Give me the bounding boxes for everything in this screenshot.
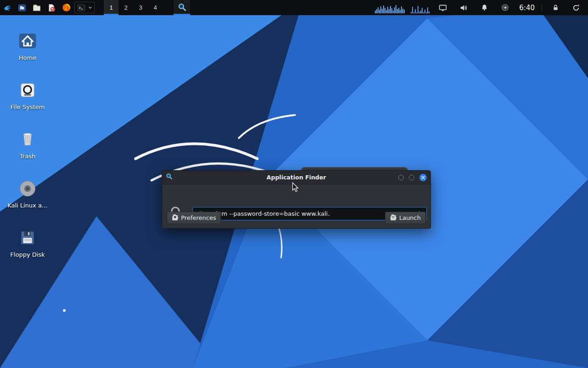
trash-icon bbox=[18, 126, 37, 153]
launcher-terminal-group bbox=[74, 2, 95, 13]
clock[interactable]: 6:40 bbox=[518, 4, 536, 12]
chevron-down-icon bbox=[88, 6, 92, 10]
workspace-switcher: 1 2 3 4 bbox=[104, 0, 163, 15]
status-indicator-icon bbox=[501, 4, 509, 12]
panel-right: 6:40 bbox=[375, 0, 588, 15]
workspace-button-3[interactable]: 3 bbox=[133, 0, 148, 15]
close-icon bbox=[421, 174, 425, 181]
desktop-icon-home[interactable]: Home bbox=[4, 22, 51, 61]
panel-separator bbox=[542, 4, 542, 12]
taskbar-application-finder[interactable] bbox=[174, 0, 190, 15]
home-icon bbox=[17, 28, 38, 54]
cpu-graph[interactable] bbox=[375, 2, 405, 13]
panel-left: 1 2 3 4 bbox=[0, 0, 190, 15]
minimize-button[interactable] bbox=[398, 175, 404, 180]
folder-icon bbox=[33, 4, 41, 12]
desktop-icon-kali-cd[interactable]: Kali Linux a… bbox=[4, 170, 51, 209]
desktop-icon-label: File System bbox=[11, 104, 45, 110]
gear-icon bbox=[172, 214, 178, 222]
workspace-button-1[interactable]: 1 bbox=[104, 0, 119, 15]
firefox-icon bbox=[62, 3, 71, 12]
launch-label: Launch bbox=[399, 214, 421, 221]
kali-menu-button[interactable] bbox=[0, 0, 15, 15]
launcher-firefox[interactable] bbox=[59, 0, 74, 15]
file-manager-icon bbox=[18, 4, 26, 12]
window-title: Application Finder bbox=[162, 174, 430, 181]
terminal-dropdown-caret[interactable] bbox=[87, 6, 93, 10]
window-controls bbox=[398, 174, 427, 181]
disc-icon bbox=[17, 175, 38, 202]
preferences-label: Preferences bbox=[181, 214, 216, 221]
tray-volume-button[interactable] bbox=[456, 4, 471, 12]
bell-icon bbox=[481, 4, 488, 12]
close-button[interactable] bbox=[419, 174, 427, 181]
lock-icon bbox=[552, 4, 560, 12]
maximize-button[interactable] bbox=[409, 175, 414, 180]
application-finder-icon bbox=[178, 3, 187, 13]
logout-icon bbox=[572, 4, 580, 12]
launcher-text-editor[interactable] bbox=[44, 0, 59, 15]
launch-icon bbox=[390, 214, 396, 222]
desktop-icon-label: Home bbox=[19, 54, 36, 61]
desktop-icon-file-system[interactable]: File System bbox=[4, 71, 51, 110]
tray-notifications-button[interactable] bbox=[477, 4, 492, 12]
launcher-files[interactable] bbox=[29, 0, 44, 15]
launcher-terminal[interactable] bbox=[76, 4, 87, 12]
workspace-button-2[interactable]: 2 bbox=[119, 0, 133, 15]
desktop-icon-label: Trash bbox=[20, 153, 35, 160]
launch-button[interactable]: Launch bbox=[385, 212, 426, 224]
terminal-icon bbox=[77, 4, 85, 12]
mouse-cursor bbox=[291, 182, 300, 194]
desktop-icon-label: Kali Linux a… bbox=[7, 202, 48, 209]
desktop-icon-floppy[interactable]: Floppy Disk bbox=[4, 219, 51, 258]
workspace-button-4[interactable]: 4 bbox=[148, 0, 163, 15]
top-panel: 1 2 3 4 bbox=[0, 0, 588, 15]
desktop-icon-label: Floppy Disk bbox=[10, 251, 45, 258]
lock-screen-button[interactable] bbox=[548, 4, 563, 12]
network-graph[interactable] bbox=[411, 2, 430, 13]
desktop-icon-trash[interactable]: Trash bbox=[4, 121, 51, 160]
volume-icon bbox=[459, 4, 468, 12]
application-finder-window: Application Finder Preferences bbox=[162, 170, 431, 229]
tray-display-button[interactable] bbox=[435, 4, 450, 12]
window-app-icon bbox=[166, 173, 173, 182]
preferences-button[interactable]: Preferences bbox=[167, 212, 221, 224]
tray-status-indicator-button[interactable] bbox=[498, 4, 512, 12]
floppy-disk-icon bbox=[18, 224, 37, 251]
launcher-file-manager[interactable] bbox=[15, 0, 29, 15]
file-system-icon bbox=[17, 77, 38, 104]
display-icon bbox=[439, 4, 447, 12]
text-editor-icon bbox=[47, 4, 56, 12]
desktop-icon-list: Home File System Trash Kali Linux a… Flo… bbox=[4, 22, 51, 258]
kali-logo-icon bbox=[3, 3, 12, 12]
session-power-button[interactable] bbox=[569, 4, 583, 12]
